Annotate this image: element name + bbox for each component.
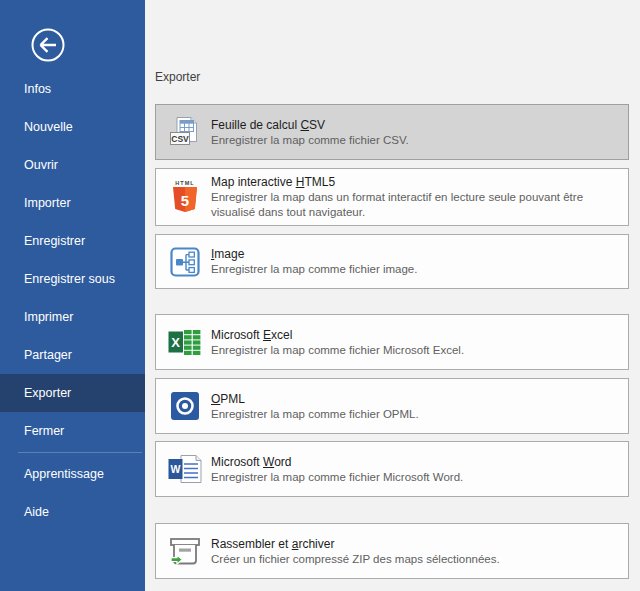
sidebar-item-exporter[interactable]: Exporter (0, 374, 145, 412)
export-option-archive[interactable]: Rassembler et archiver Créer un fichier … (155, 523, 629, 579)
sidebar-item-importer[interactable]: Importer (0, 184, 145, 222)
export-option-word[interactable]: W Microsoft Word Enregistrer la map comm… (155, 441, 629, 497)
archive-box-icon (167, 536, 203, 566)
export-option-description: Enregistrer la map comme fichier image. (211, 262, 417, 277)
export-option-image[interactable]: Image Enregistrer la map comme fichier i… (155, 234, 629, 289)
sidebar-menu: Infos Nouvelle Ouvrir Importer Enregistr… (0, 70, 145, 531)
export-option-description: Enregistrer la map comme fichier OPML. (211, 407, 419, 422)
export-panel: Exporter CSV Feuille de calcul (145, 0, 640, 591)
image-map-icon (167, 246, 203, 278)
export-option-title: OPML (211, 391, 419, 407)
export-option-text: OPML Enregistrer la map comme fichier OP… (211, 391, 429, 422)
svg-text:HTML: HTML (175, 180, 194, 186)
sidebar-item-enregistrer[interactable]: Enregistrer (0, 222, 145, 260)
sidebar-item-apprentissage[interactable]: Apprentissage (0, 455, 145, 493)
export-option-text: Microsoft Word Enregistrer la map comme … (211, 454, 473, 485)
export-option-description: Enregistrer la map comme fichier Microso… (211, 343, 464, 358)
sidebar-item-fermer[interactable]: Fermer (0, 412, 145, 450)
sidebar-divider (18, 452, 142, 453)
svg-text:CSV: CSV (171, 134, 189, 144)
word-icon: W (167, 454, 203, 484)
export-option-description: Enregistrer la map dans un format intera… (211, 190, 618, 220)
export-option-title: Microsoft Word (211, 454, 463, 470)
export-option-description: Enregistrer la map comme fichier CSV. (211, 133, 409, 148)
sidebar: Infos Nouvelle Ouvrir Importer Enregistr… (0, 0, 145, 591)
export-option-text: Map interactive HTML5 Enregistrer la map… (211, 174, 628, 220)
export-option-description: Créer un fichier compressé ZIP des maps … (211, 552, 500, 567)
opml-icon (167, 391, 203, 421)
export-option-title: Microsoft Excel (211, 327, 464, 343)
page-title: Exporter (155, 70, 200, 84)
export-option-description: Enregistrer la map comme fichier Microso… (211, 470, 463, 485)
export-option-html5[interactable]: HTML 5 Map interactive HTML5 Enregistrer… (155, 168, 629, 226)
html5-logo-icon: HTML 5 (167, 179, 203, 215)
svg-text:X: X (171, 335, 180, 350)
sidebar-item-ouvrir[interactable]: Ouvrir (0, 146, 145, 184)
export-option-text: Microsoft Excel Enregistrer la map comme… (211, 327, 474, 358)
export-option-text: Image Enregistrer la map comme fichier i… (211, 246, 427, 277)
export-option-title: Rassembler et archiver (211, 536, 500, 552)
back-arrow-icon (30, 27, 66, 63)
export-option-csv[interactable]: CSV Feuille de calcul CSV Enregistrer la… (155, 104, 629, 160)
sidebar-item-nouvelle[interactable]: Nouvelle (0, 108, 145, 146)
export-option-title: Map interactive HTML5 (211, 174, 618, 190)
svg-text:5: 5 (181, 192, 189, 209)
sidebar-item-aide[interactable]: Aide (0, 493, 145, 531)
sidebar-item-infos[interactable]: Infos (0, 70, 145, 108)
sidebar-item-partager[interactable]: Partager (0, 336, 145, 374)
excel-icon: X (167, 327, 203, 357)
export-option-opml[interactable]: OPML Enregistrer la map comme fichier OP… (155, 378, 629, 434)
export-option-text: Feuille de calcul CSV Enregistrer la map… (211, 117, 419, 148)
svg-text:W: W (171, 463, 181, 475)
export-option-title: Image (211, 246, 417, 262)
export-option-text: Rassembler et archiver Créer un fichier … (211, 536, 510, 567)
export-option-title: Feuille de calcul CSV (211, 117, 409, 133)
sidebar-item-imprimer[interactable]: Imprimer (0, 298, 145, 336)
csv-file-icon: CSV (167, 116, 203, 148)
sidebar-item-enregistrer-sous[interactable]: Enregistrer sous (0, 260, 145, 298)
export-options-list: CSV Feuille de calcul CSV Enregistrer la… (155, 104, 629, 579)
export-option-excel[interactable]: X Microsoft Excel Enregistrer la map com… (155, 314, 629, 370)
back-button[interactable] (30, 27, 66, 63)
